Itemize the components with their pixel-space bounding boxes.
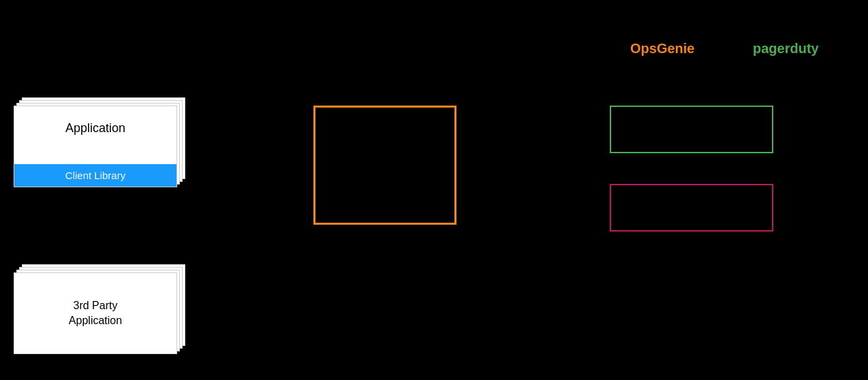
pagerduty-label: pagerduty <box>753 41 819 57</box>
third-party-card-front: 3rd PartyApplication <box>14 272 177 354</box>
app-card-front: Application Client Library <box>14 106 177 187</box>
center-box <box>313 106 456 225</box>
pagerduty-box <box>610 184 773 232</box>
third-party-label: 3rd PartyApplication <box>69 298 122 329</box>
opsgenie-label: OpsGenie <box>630 41 694 57</box>
application-label: Application <box>65 121 125 136</box>
client-library-label: Client Library <box>65 170 125 181</box>
diagram-container: Application Client Library 3rd PartyAppl… <box>0 0 868 380</box>
client-library-bar: Client Library <box>14 164 176 187</box>
opsgenie-box <box>610 106 773 153</box>
